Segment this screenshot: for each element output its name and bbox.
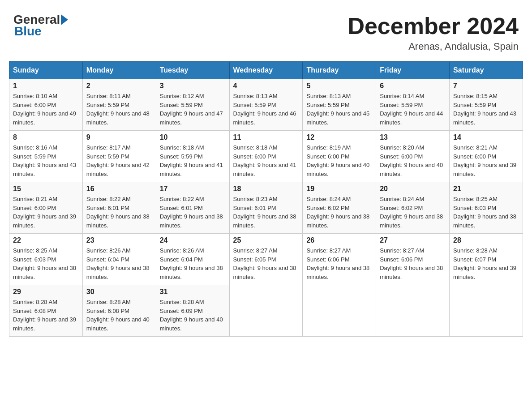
day-header-wednesday: Wednesday bbox=[229, 62, 303, 79]
day-cell: 18Sunrise: 8:23 AMSunset: 6:01 PMDayligh… bbox=[229, 182, 303, 234]
day-header-saturday: Saturday bbox=[450, 62, 523, 79]
day-header-sunday: Sunday bbox=[9, 62, 83, 79]
week-row-5: 29Sunrise: 8:28 AMSunset: 6:08 PMDayligh… bbox=[9, 285, 523, 337]
day-header-friday: Friday bbox=[376, 62, 450, 79]
day-number: 9 bbox=[86, 133, 152, 141]
day-cell bbox=[229, 285, 303, 337]
day-cell: 16Sunrise: 8:22 AMSunset: 6:01 PMDayligh… bbox=[82, 182, 156, 234]
week-row-2: 8Sunrise: 8:16 AMSunset: 5:59 PMDaylight… bbox=[9, 131, 523, 182]
month-title: December 2024 bbox=[348, 13, 519, 39]
day-number: 2 bbox=[86, 82, 152, 90]
day-info: Sunrise: 8:11 AMSunset: 5:59 PMDaylight:… bbox=[86, 92, 152, 127]
week-row-4: 22Sunrise: 8:25 AMSunset: 6:03 PMDayligh… bbox=[9, 234, 523, 285]
day-info: Sunrise: 8:16 AMSunset: 5:59 PMDaylight:… bbox=[13, 143, 79, 178]
week-row-1: 1Sunrise: 8:10 AMSunset: 6:00 PMDaylight… bbox=[9, 79, 523, 131]
day-cell: 21Sunrise: 8:25 AMSunset: 6:03 PMDayligh… bbox=[450, 182, 523, 234]
day-info: Sunrise: 8:13 AMSunset: 5:59 PMDaylight:… bbox=[306, 92, 372, 127]
day-number: 21 bbox=[453, 185, 519, 193]
day-info: Sunrise: 8:28 AMSunset: 6:08 PMDaylight:… bbox=[13, 298, 79, 333]
day-cell: 26Sunrise: 8:27 AMSunset: 6:06 PMDayligh… bbox=[303, 234, 376, 285]
day-number: 15 bbox=[13, 185, 79, 193]
day-number: 20 bbox=[380, 185, 446, 193]
day-info: Sunrise: 8:19 AMSunset: 6:00 PMDaylight:… bbox=[306, 143, 372, 178]
day-number: 22 bbox=[13, 236, 79, 244]
day-number: 8 bbox=[13, 133, 79, 141]
day-info: Sunrise: 8:21 AMSunset: 6:00 PMDaylight:… bbox=[13, 195, 79, 230]
day-number: 30 bbox=[86, 288, 152, 296]
day-cell: 20Sunrise: 8:24 AMSunset: 6:02 PMDayligh… bbox=[376, 182, 450, 234]
day-number: 11 bbox=[233, 133, 299, 141]
day-cell: 14Sunrise: 8:21 AMSunset: 6:00 PMDayligh… bbox=[450, 131, 523, 182]
day-cell: 4Sunrise: 8:13 AMSunset: 5:59 PMDaylight… bbox=[229, 79, 303, 131]
day-header-thursday: Thursday bbox=[303, 62, 376, 79]
day-cell: 19Sunrise: 8:24 AMSunset: 6:02 PMDayligh… bbox=[303, 182, 376, 234]
day-cell: 17Sunrise: 8:22 AMSunset: 6:01 PMDayligh… bbox=[156, 182, 229, 234]
day-number: 23 bbox=[86, 236, 152, 244]
day-number: 28 bbox=[453, 236, 519, 244]
header: General Blue December 2024 Arenas, Andal… bbox=[9, 9, 523, 52]
day-cell bbox=[303, 285, 376, 337]
title-section: December 2024 Arenas, Andalusia, Spain bbox=[348, 13, 519, 52]
day-number: 29 bbox=[13, 288, 79, 296]
day-info: Sunrise: 8:28 AMSunset: 6:08 PMDaylight:… bbox=[86, 298, 152, 333]
day-info: Sunrise: 8:25 AMSunset: 6:03 PMDaylight:… bbox=[453, 195, 519, 230]
day-number: 24 bbox=[160, 236, 226, 244]
day-number: 25 bbox=[233, 236, 299, 244]
day-cell: 10Sunrise: 8:18 AMSunset: 5:59 PMDayligh… bbox=[156, 131, 229, 182]
day-cell: 3Sunrise: 8:12 AMSunset: 5:59 PMDaylight… bbox=[156, 79, 229, 131]
day-number: 27 bbox=[380, 236, 446, 244]
day-number: 5 bbox=[306, 82, 372, 90]
day-cell bbox=[450, 285, 523, 337]
day-cell: 9Sunrise: 8:17 AMSunset: 5:59 PMDaylight… bbox=[82, 131, 156, 182]
day-number: 13 bbox=[380, 133, 446, 141]
day-info: Sunrise: 8:26 AMSunset: 6:04 PMDaylight:… bbox=[160, 246, 226, 281]
day-number: 14 bbox=[453, 133, 519, 141]
day-info: Sunrise: 8:27 AMSunset: 6:06 PMDaylight:… bbox=[306, 246, 372, 281]
logo-triangle-icon bbox=[61, 14, 68, 25]
day-cell: 1Sunrise: 8:10 AMSunset: 6:00 PMDaylight… bbox=[9, 79, 83, 131]
day-number: 31 bbox=[160, 288, 226, 296]
day-header-monday: Monday bbox=[82, 62, 156, 79]
day-number: 12 bbox=[306, 133, 372, 141]
day-number: 3 bbox=[160, 82, 226, 90]
day-number: 1 bbox=[13, 82, 79, 90]
day-info: Sunrise: 8:20 AMSunset: 6:00 PMDaylight:… bbox=[380, 143, 446, 178]
page-container: General Blue December 2024 Arenas, Andal… bbox=[9, 9, 523, 337]
day-info: Sunrise: 8:23 AMSunset: 6:01 PMDaylight:… bbox=[233, 195, 299, 230]
day-cell: 6Sunrise: 8:14 AMSunset: 5:59 PMDaylight… bbox=[376, 79, 450, 131]
day-info: Sunrise: 8:17 AMSunset: 5:59 PMDaylight:… bbox=[86, 143, 152, 178]
day-cell: 8Sunrise: 8:16 AMSunset: 5:59 PMDaylight… bbox=[9, 131, 83, 182]
day-header-tuesday: Tuesday bbox=[156, 62, 229, 79]
day-cell: 24Sunrise: 8:26 AMSunset: 6:04 PMDayligh… bbox=[156, 234, 229, 285]
day-info: Sunrise: 8:24 AMSunset: 6:02 PMDaylight:… bbox=[306, 195, 372, 230]
day-cell: 11Sunrise: 8:18 AMSunset: 6:00 PMDayligh… bbox=[229, 131, 303, 182]
day-info: Sunrise: 8:14 AMSunset: 5:59 PMDaylight:… bbox=[380, 92, 446, 127]
day-cell: 25Sunrise: 8:27 AMSunset: 6:05 PMDayligh… bbox=[229, 234, 303, 285]
calendar-table: SundayMondayTuesdayWednesdayThursdayFrid… bbox=[9, 61, 523, 337]
day-cell: 12Sunrise: 8:19 AMSunset: 6:00 PMDayligh… bbox=[303, 131, 376, 182]
logo-blue-text: Blue bbox=[14, 24, 42, 39]
day-info: Sunrise: 8:21 AMSunset: 6:00 PMDaylight:… bbox=[453, 143, 519, 178]
day-info: Sunrise: 8:13 AMSunset: 5:59 PMDaylight:… bbox=[233, 92, 299, 127]
day-info: Sunrise: 8:15 AMSunset: 5:59 PMDaylight:… bbox=[453, 92, 519, 127]
day-cell: 7Sunrise: 8:15 AMSunset: 5:59 PMDaylight… bbox=[450, 79, 523, 131]
day-number: 19 bbox=[306, 185, 372, 193]
day-cell: 27Sunrise: 8:27 AMSunset: 6:06 PMDayligh… bbox=[376, 234, 450, 285]
day-info: Sunrise: 8:24 AMSunset: 6:02 PMDaylight:… bbox=[380, 195, 446, 230]
header-row: SundayMondayTuesdayWednesdayThursdayFrid… bbox=[9, 62, 523, 79]
day-info: Sunrise: 8:27 AMSunset: 6:05 PMDaylight:… bbox=[233, 246, 299, 281]
day-info: Sunrise: 8:28 AMSunset: 6:09 PMDaylight:… bbox=[160, 298, 226, 333]
logo: General Blue bbox=[13, 13, 69, 39]
week-row-3: 15Sunrise: 8:21 AMSunset: 6:00 PMDayligh… bbox=[9, 182, 523, 234]
day-cell: 29Sunrise: 8:28 AMSunset: 6:08 PMDayligh… bbox=[9, 285, 83, 337]
day-cell: 13Sunrise: 8:20 AMSunset: 6:00 PMDayligh… bbox=[376, 131, 450, 182]
day-number: 10 bbox=[160, 133, 226, 141]
day-info: Sunrise: 8:12 AMSunset: 5:59 PMDaylight:… bbox=[160, 92, 226, 127]
day-cell: 22Sunrise: 8:25 AMSunset: 6:03 PMDayligh… bbox=[9, 234, 83, 285]
day-info: Sunrise: 8:25 AMSunset: 6:03 PMDaylight:… bbox=[13, 246, 79, 281]
location-title: Arenas, Andalusia, Spain bbox=[348, 41, 519, 52]
day-cell bbox=[376, 285, 450, 337]
day-number: 26 bbox=[306, 236, 372, 244]
day-cell: 2Sunrise: 8:11 AMSunset: 5:59 PMDaylight… bbox=[82, 79, 156, 131]
day-number: 4 bbox=[233, 82, 299, 90]
